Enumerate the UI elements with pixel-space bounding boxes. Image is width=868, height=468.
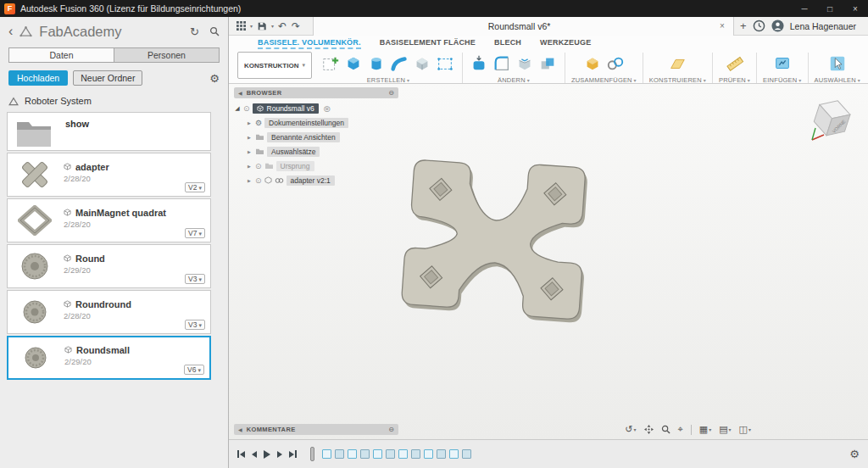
expand-caret-icon[interactable]: ▶ bbox=[246, 178, 253, 183]
tool-group-label-einfuegen[interactable]: EINFÜGEN bbox=[763, 76, 801, 84]
minimize-button[interactable]: ─ bbox=[792, 0, 817, 17]
undo-icon[interactable]: ↶ bbox=[275, 17, 289, 35]
expand-caret-icon[interactable]: ▶ bbox=[246, 120, 253, 125]
maximize-button[interactable]: □ bbox=[817, 0, 843, 17]
new-folder-button[interactable]: Neuer Ordner bbox=[73, 70, 142, 86]
timeline-feature-extrude[interactable] bbox=[411, 449, 420, 459]
grid-caret-icon[interactable]: ▾ bbox=[729, 426, 732, 432]
browser-header[interactable]: ◀ BROWSER ⊖ bbox=[234, 87, 398, 98]
timeline-settings-gear-icon[interactable]: ⚙ bbox=[849, 448, 860, 460]
ribbon-tab-volumenkoerper[interactable]: BASISELE. VOLUMENKÖR. bbox=[258, 38, 361, 49]
tree-row-adapter[interactable]: ▶ ⊙ adapter v2:1 bbox=[234, 174, 398, 187]
ribbon-tab-flaeche[interactable]: BASISELEMENT FLÄCHE bbox=[380, 38, 476, 47]
expand-caret-icon[interactable]: ▶ bbox=[246, 135, 253, 140]
viewports-icon[interactable]: ◫▾ bbox=[739, 424, 751, 435]
tab-personen[interactable]: Personen bbox=[114, 47, 220, 63]
version-dropdown[interactable]: V2 bbox=[185, 182, 205, 192]
tool-group-label-zusammenfuegen[interactable]: ZUSAMMENFÜGEN bbox=[571, 76, 637, 84]
timeline-feature-sketch[interactable] bbox=[348, 449, 357, 459]
tool-group-label-auswaehlen[interactable]: AUSWÄHLEN bbox=[815, 76, 860, 84]
create-sketch-icon[interactable] bbox=[320, 53, 342, 74]
viewports-caret-icon[interactable]: ▾ bbox=[748, 426, 751, 432]
expand-caret-icon[interactable]: ◢ bbox=[234, 105, 241, 112]
search-icon[interactable] bbox=[209, 26, 220, 36]
item-card-round[interactable]: Round 2/29/20 V3 bbox=[7, 244, 211, 288]
timeline-playhead[interactable] bbox=[310, 447, 314, 461]
tree-item-chip[interactable]: Benannte Ansichten bbox=[267, 132, 340, 142]
timeline-feature-extrude[interactable] bbox=[360, 449, 370, 459]
redo-icon[interactable]: ↷ bbox=[289, 17, 303, 35]
step-forward-button[interactable] bbox=[277, 448, 282, 460]
refresh-icon[interactable]: ↻ bbox=[190, 25, 199, 38]
user-name[interactable]: Lena Hagenauer bbox=[790, 21, 856, 31]
primitive-box-icon[interactable] bbox=[412, 53, 433, 74]
timeline-feature-extrude[interactable] bbox=[462, 449, 471, 459]
upload-button[interactable]: Hochladen bbox=[8, 70, 68, 86]
tool-group-label-pruefen[interactable]: PRÜFEN bbox=[719, 76, 750, 84]
detach-icon[interactable]: ⊖ bbox=[388, 426, 394, 433]
root-component-chip[interactable]: Roundsmall v6 bbox=[253, 103, 319, 114]
play-button[interactable] bbox=[264, 448, 270, 460]
go-to-end-button[interactable] bbox=[289, 448, 297, 460]
timeline-feature-sketch[interactable] bbox=[424, 449, 433, 459]
tree-item-chip[interactable]: Dokumenteinstellungen bbox=[264, 118, 348, 128]
tree-row-benannte-ansichten[interactable]: ▶ Benannte Ansichten bbox=[234, 131, 398, 143]
tool-group-label-aendern[interactable]: ÄNDERN bbox=[498, 76, 530, 84]
save-caret-icon[interactable]: ▾ bbox=[270, 23, 275, 29]
tree-row-root[interactable]: ◢ ⊙ Roundsmall v6 ◎ bbox=[234, 102, 398, 114]
fit-icon[interactable]: ⌖ bbox=[678, 424, 683, 435]
orbit-icon[interactable]: ↺▾ bbox=[625, 424, 636, 435]
expand-caret-icon[interactable]: ▶ bbox=[246, 149, 253, 154]
data-panel-settings-gear-icon[interactable]: ⚙ bbox=[209, 72, 220, 85]
tree-row-ursprung[interactable]: ▶ ⊙ Ursprung bbox=[234, 159, 398, 172]
version-dropdown[interactable]: V3 bbox=[185, 274, 205, 284]
shell-icon[interactable] bbox=[515, 53, 536, 74]
breadcrumb[interactable]: Roboter System bbox=[8, 96, 220, 106]
grid-settings-icon[interactable]: ▤▾ bbox=[719, 424, 731, 435]
new-document-tab-button[interactable]: + bbox=[734, 20, 753, 32]
ribbon-tab-blech[interactable]: BLECH bbox=[494, 38, 521, 47]
version-dropdown[interactable]: V7 bbox=[185, 228, 205, 238]
timeline-feature-extrude[interactable] bbox=[386, 449, 395, 459]
item-card-roundround[interactable]: Roundround 2/28/20 V3 bbox=[7, 290, 211, 334]
orbit-caret-icon[interactable]: ▾ bbox=[634, 426, 637, 432]
combine-icon[interactable] bbox=[537, 53, 559, 74]
timeline-feature-extrude[interactable] bbox=[437, 449, 446, 459]
tree-row-auswahlsaetze[interactable]: ▶ Auswahlsätze bbox=[234, 145, 398, 158]
collapse-icon[interactable]: ◀ bbox=[238, 426, 242, 432]
revolve-icon[interactable] bbox=[366, 53, 387, 74]
ribbon-tab-werkzeuge[interactable]: WERKZEUGE bbox=[540, 38, 591, 47]
back-icon[interactable]: ‹ bbox=[8, 25, 13, 38]
tree-row-dokumenteinstellungen[interactable]: ▶ ⚙ Dokumenteinstellungen bbox=[234, 116, 398, 129]
display-settings-icon[interactable]: ▦▾ bbox=[699, 424, 711, 435]
measure-icon[interactable] bbox=[724, 53, 745, 74]
detach-icon[interactable]: ⊖ bbox=[388, 89, 394, 97]
comments-bar[interactable]: ◀ KOMMENTARE ⊖ bbox=[234, 424, 398, 435]
data-panel-logo-icon[interactable] bbox=[19, 25, 32, 37]
close-button[interactable]: × bbox=[843, 0, 868, 17]
zoom-icon[interactable] bbox=[661, 425, 670, 434]
insert-icon[interactable] bbox=[771, 53, 793, 74]
collapse-icon[interactable]: ◀ bbox=[238, 90, 242, 96]
tree-item-chip[interactable]: Auswahlsätze bbox=[267, 147, 320, 157]
step-back-button[interactable] bbox=[252, 448, 257, 460]
visibility-bulb-icon[interactable]: ⊙ bbox=[243, 104, 250, 113]
item-card-roundsmall[interactable]: Roundsmall 2/29/20 V6 bbox=[7, 336, 211, 380]
workspace-selector-button[interactable]: KONSTRUKTION bbox=[237, 52, 312, 79]
item-card-adapter[interactable]: adapter 2/28/20 V2 bbox=[7, 153, 211, 197]
fillet-icon[interactable] bbox=[492, 53, 513, 74]
press-pull-icon[interactable] bbox=[469, 53, 490, 74]
display-caret-icon[interactable]: ▾ bbox=[709, 426, 711, 432]
tool-group-label-konstruieren[interactable]: KONSTRUIEREN bbox=[649, 76, 706, 84]
construction-plane-icon[interactable] bbox=[667, 53, 688, 74]
timeline-track[interactable] bbox=[310, 447, 849, 461]
model-roundsmall[interactable] bbox=[386, 148, 604, 328]
expand-caret-icon[interactable]: ▶ bbox=[246, 164, 253, 169]
pan-icon[interactable] bbox=[644, 425, 654, 434]
visibility-bulb-icon[interactable]: ⊙ bbox=[255, 176, 262, 185]
viewcube[interactable]: VORNE bbox=[805, 89, 861, 145]
tree-item-chip[interactable]: adapter v2:1 bbox=[287, 176, 335, 186]
folder-card-show[interactable]: show bbox=[7, 112, 211, 151]
sweep-icon[interactable] bbox=[389, 53, 410, 74]
select-cursor-icon[interactable] bbox=[826, 53, 848, 74]
